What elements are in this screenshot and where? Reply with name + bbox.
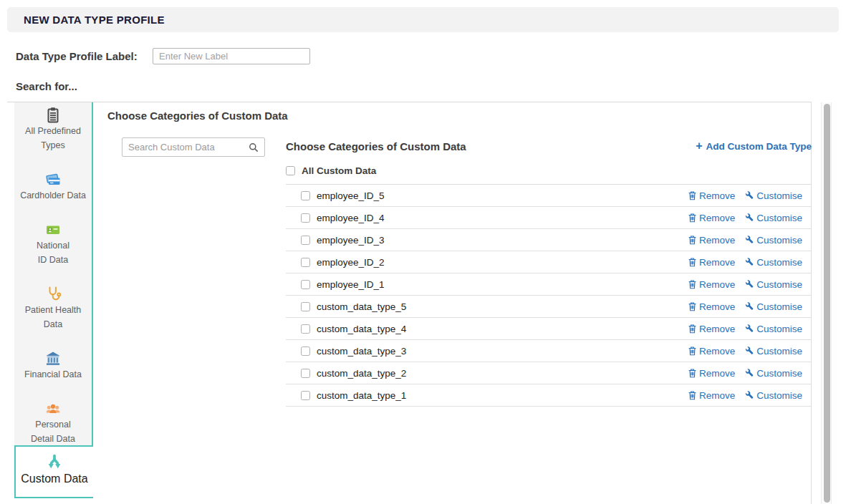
sidebar-item-label: Data — [44, 317, 62, 331]
sidebar-item-national-id-data[interactable]: National ID Data — [14, 221, 92, 267]
customise-button[interactable]: Customise — [745, 213, 802, 223]
sidebar-item-personal-detail-data[interactable]: Personal Detail Data — [14, 400, 92, 446]
custom-data-table: employee_ID_5 Remove Customise employee_… — [286, 184, 812, 407]
trash-icon — [688, 390, 697, 400]
category-sidebar: All Predefined Types Cardholder Data — [14, 102, 93, 504]
row-label: employee_ID_3 — [317, 235, 385, 246]
row-label: custom_data_type_2 — [317, 368, 406, 379]
remove-label: Remove — [699, 279, 735, 290]
remove-button[interactable]: Remove — [688, 324, 735, 334]
row-label: employee_ID_4 — [317, 213, 385, 223]
remove-label: Remove — [699, 190, 735, 201]
sidebar-item-financial-data[interactable]: Financial Data — [14, 350, 92, 382]
trash-icon — [688, 213, 697, 223]
row-label: employee_ID_2 — [317, 257, 385, 268]
select-all-checkbox[interactable] — [286, 166, 295, 175]
add-custom-data-type-label: Add Custom Data Type — [706, 141, 812, 152]
remove-label: Remove — [699, 368, 735, 379]
customise-button[interactable]: Customise — [745, 390, 802, 401]
table-row: employee_ID_2 Remove Customise — [286, 251, 812, 273]
row-label: custom_data_type_3 — [317, 346, 406, 357]
remove-button[interactable]: Remove — [688, 257, 735, 268]
row-checkbox[interactable] — [301, 302, 310, 311]
customise-label: Customise — [756, 190, 802, 201]
sidebar-item-all-predefined-types[interactable]: All Predefined Types — [14, 107, 92, 152]
sidebar-item-label: Financial Data — [24, 367, 82, 382]
customise-label: Customise — [756, 346, 802, 357]
wrench-icon — [745, 258, 754, 267]
select-all-label: All Custom Data — [302, 165, 376, 176]
remove-label: Remove — [699, 390, 735, 401]
customise-button[interactable]: Customise — [745, 190, 802, 201]
remove-button[interactable]: Remove — [688, 190, 735, 201]
custom-data-search-input[interactable] — [122, 142, 249, 152]
remove-button[interactable]: Remove — [688, 368, 735, 379]
customise-label: Customise — [756, 368, 802, 379]
profile-label: Data Type Profile Label: — [16, 50, 153, 62]
row-checkbox[interactable] — [301, 236, 310, 245]
customise-button[interactable]: Customise — [745, 235, 802, 246]
row-label: custom_data_type_5 — [317, 301, 406, 312]
customise-button[interactable]: Customise — [745, 279, 802, 290]
customise-button[interactable]: Customise — [745, 368, 802, 379]
remove-label: Remove — [699, 324, 735, 334]
table-row: employee_ID_1 Remove Customise — [286, 273, 812, 296]
custom-data-panel: Choose Categories of Custom Data Choose … — [93, 102, 812, 504]
sidebar-item-custom-data[interactable]: Custom Data — [14, 445, 93, 498]
row-checkbox[interactable] — [301, 213, 310, 223]
row-checkbox[interactable] — [301, 280, 310, 289]
customise-button[interactable]: Customise — [745, 346, 802, 357]
row-label: employee_ID_1 — [317, 279, 385, 290]
table-row: custom_data_type_5 Remove Customise — [286, 296, 812, 318]
trash-icon — [688, 368, 697, 378]
sidebar-item-cardholder-data[interactable]: Cardholder Data — [14, 171, 92, 203]
remove-label: Remove — [699, 346, 735, 357]
row-checkbox[interactable] — [301, 391, 310, 400]
row-label: custom_data_type_1 — [317, 390, 406, 401]
customise-button[interactable]: Customise — [745, 301, 802, 312]
customise-label: Customise — [756, 324, 802, 334]
remove-button[interactable]: Remove — [688, 301, 735, 312]
sidebar-item-label: National — [37, 238, 69, 253]
sidebar-item-label: All Predefined — [25, 124, 81, 138]
remove-button[interactable]: Remove — [688, 235, 735, 246]
wrench-icon — [745, 391, 754, 400]
panel-title: Choose Categories of Custom Data — [107, 110, 288, 122]
customise-label: Customise — [756, 301, 802, 312]
profile-label-input[interactable] — [153, 48, 310, 64]
row-checkbox[interactable] — [301, 324, 310, 334]
table-row: custom_data_type_2 Remove Customise — [286, 362, 812, 384]
sidebar-item-label: Personal — [35, 417, 70, 432]
sidebar-item-label: Patient Health — [25, 303, 82, 317]
row-checkbox[interactable] — [301, 191, 310, 200]
trash-icon — [688, 257, 697, 267]
remove-button[interactable]: Remove — [688, 390, 735, 401]
customise-label: Customise — [756, 213, 802, 223]
add-custom-data-type-button[interactable]: + Add Custom Data Type — [696, 141, 812, 152]
remove-button[interactable]: Remove — [688, 346, 735, 357]
customise-button[interactable]: Customise — [745, 324, 802, 334]
vertical-scrollbar[interactable] — [821, 102, 832, 504]
row-label: employee_ID_5 — [317, 190, 385, 201]
wrench-icon — [745, 346, 754, 356]
customise-button[interactable]: Customise — [745, 257, 802, 268]
table-row: custom_data_type_4 Remove Customise — [286, 318, 812, 340]
row-checkbox[interactable] — [301, 346, 310, 356]
bank-icon — [44, 350, 62, 367]
row-label: custom_data_type_4 — [317, 324, 406, 334]
table-row: employee_ID_3 Remove Customise — [286, 229, 812, 251]
trash-icon — [688, 235, 697, 245]
people-icon — [44, 400, 62, 417]
plus-icon: + — [696, 141, 702, 151]
customise-label: Customise — [756, 279, 802, 290]
sidebar-item-patient-health-data[interactable]: Patient Health Data — [14, 286, 92, 331]
row-checkbox[interactable] — [301, 258, 310, 267]
trash-icon — [688, 301, 697, 311]
sidebar-item-label: Custom Data — [21, 472, 87, 485]
stethoscope-icon — [44, 286, 62, 303]
remove-button[interactable]: Remove — [688, 213, 735, 223]
row-checkbox[interactable] — [301, 369, 310, 378]
scrollbar-thumb[interactable] — [824, 104, 830, 503]
remove-button[interactable]: Remove — [688, 279, 735, 290]
customise-label: Customise — [756, 257, 802, 268]
